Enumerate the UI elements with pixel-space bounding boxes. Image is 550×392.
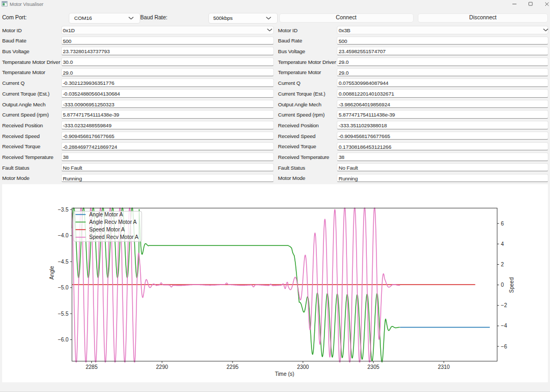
svg-text:2310: 2310: [438, 364, 450, 370]
svg-text:6: 6: [501, 221, 504, 227]
svg-text:−5.0: −5.0: [58, 285, 69, 291]
svg-text:2285: 2285: [85, 364, 98, 370]
svg-text:Speed Motor A: Speed Motor A: [89, 227, 125, 233]
svg-text:−5.5: −5.5: [58, 311, 69, 317]
svg-text:−4.0: −4.0: [58, 233, 69, 238]
svg-text:2: 2: [501, 262, 504, 267]
svg-text:2300: 2300: [297, 364, 309, 370]
svg-text:Angle Recv Motor A: Angle Recv Motor A: [89, 219, 137, 225]
svg-text:2305: 2305: [367, 364, 380, 370]
svg-text:Angle Motor A: Angle Motor A: [89, 212, 123, 217]
svg-text:2295: 2295: [227, 364, 239, 370]
svg-text:4: 4: [501, 241, 504, 247]
svg-text:0: 0: [501, 282, 504, 288]
svg-text:−4: −4: [501, 323, 508, 329]
svg-text:−4.5: −4.5: [58, 259, 69, 265]
svg-text:Speed Recv Motor A: Speed Recv Motor A: [89, 234, 139, 240]
svg-text:Speed: Speed: [509, 278, 515, 293]
svg-text:−3.5: −3.5: [58, 207, 69, 213]
svg-text:−6: −6: [501, 344, 508, 350]
svg-text:2290: 2290: [156, 364, 169, 370]
svg-text:−6.0: −6.0: [58, 337, 69, 343]
svg-text:−2: −2: [501, 302, 508, 308]
svg-text:Time (s): Time (s): [275, 371, 294, 377]
svg-text:Angle: Angle: [49, 266, 55, 280]
